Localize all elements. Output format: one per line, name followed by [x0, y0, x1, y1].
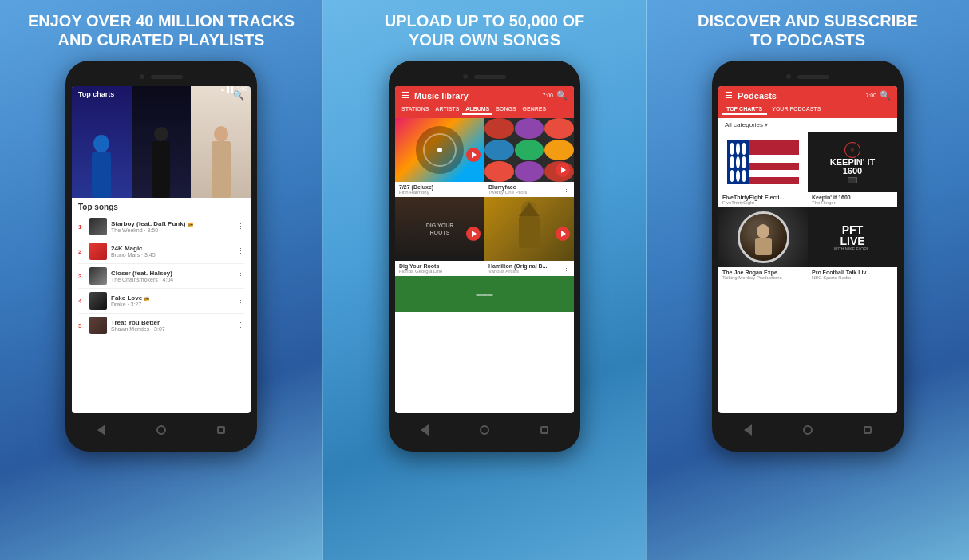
top-charts-label: Top charts [78, 90, 114, 98]
search-icon-3[interactable]: 🔍 [880, 90, 891, 101]
album-hamilton[interactable]: Hamilton (Original B... Various Artists … [484, 197, 574, 276]
phone-2: ☰ Music library 7:00 🔍 STATIONS ARTISTS … [389, 61, 580, 452]
svg-rect-1 [92, 152, 111, 198]
phone-2-screen: ☰ Music library 7:00 🔍 STATIONS ARTISTS … [395, 86, 574, 413]
svg-rect-9 [519, 216, 540, 248]
svg-point-7 [437, 148, 442, 152]
podcast-keepin-1600[interactable]: ® KEEPIN' IT1600 Keepin' it 1600 The Rin… [808, 132, 897, 207]
podcast-pft-live[interactable]: PFTLIVE WITH MIKE FLORI... Pro Football … [808, 207, 897, 282]
song-menu-5[interactable]: ⋮ [237, 321, 244, 329]
songs-list: Top songs 1 Starboy (feat. Daft Punk) 📻 … [72, 198, 251, 342]
song-item-5[interactable]: 5 Treat You Better Shawn Mendes · 3:07 ⋮ [78, 314, 244, 337]
song-menu-3[interactable]: ⋮ [237, 272, 244, 280]
status-time-3: 7:00 [865, 93, 876, 98]
albums-grid: 7/27 (Deluxe) Fifth Harmony ⋮ [395, 118, 574, 276]
phone-camera [140, 74, 144, 79]
song-menu-2[interactable]: ⋮ [237, 247, 244, 255]
song-thumb-3 [89, 267, 107, 285]
music-library-header: ☰ Music library 7:00 🔍 [395, 86, 574, 105]
podcasts-title: Podcasts [738, 91, 777, 101]
phone-speaker [151, 75, 183, 79]
album-blurryface-info: Blurryface Twenty One Pilots ⋮ [484, 182, 574, 197]
status-time: 7:00 [542, 93, 553, 98]
chevron-down-icon: ▾ [765, 121, 768, 128]
album-727-info: 7/27 (Deluxe) Fifth Harmony ⋮ [395, 182, 484, 197]
album-blurryface[interactable]: Blurryface Twenty One Pilots ⋮ [484, 118, 574, 197]
album-dig-your-roots[interactable]: DIG YOURROOTS Dig Your Roots Florida Geo… [395, 197, 484, 276]
phone-speaker-3 [797, 75, 829, 79]
panel-top-charts: ENJOY OVER 40 MILLION TRACKS AND CURATED… [0, 0, 322, 560]
home-button-2[interactable] [477, 423, 492, 437]
recents-button[interactable] [214, 423, 228, 437]
phone-speaker-2 [474, 75, 506, 79]
partial-album-row: ▬▬▬ [395, 276, 574, 312]
song-thumb-1 [89, 218, 107, 235]
home-button[interactable] [154, 423, 168, 437]
songs-list-title: Top songs [78, 203, 244, 211]
song-menu-1[interactable]: ⋮ [237, 223, 244, 231]
album-hamilton-info: Hamilton (Original B... Various Artists … [484, 261, 574, 276]
album-blurryface-menu[interactable]: ⋮ [563, 186, 570, 194]
phone-3-nav [718, 418, 897, 442]
tab-albums[interactable]: ALBUMS [462, 105, 492, 115]
phone-2-nav [395, 418, 574, 442]
play-727[interactable] [466, 148, 481, 162]
album-dig-menu[interactable]: ⋮ [473, 265, 481, 273]
podcasts-tabs: TOP CHARTS YOUR PODCASTS [718, 105, 897, 118]
svg-point-2 [154, 127, 168, 141]
panel-1-title: ENJOY OVER 40 MILLION TRACKS AND CURATED… [12, 0, 310, 57]
podcast-joe-rogan[interactable]: The Joe Rogan Expe... Talking Monkey Pro… [718, 207, 808, 282]
phone-1-screen: Top charts 🔍 ▲ ▌▌ 7:00 [72, 86, 251, 413]
play-blurryface[interactable] [556, 163, 570, 177]
podcast-pft-info: Pro Football Talk Liv... NBC Sports Radi… [808, 267, 897, 282]
song-item-1[interactable]: 1 Starboy (feat. Daft Punk) 📻 The Weeknd… [78, 215, 244, 239]
signal-icon: ▌▌ [227, 86, 235, 92]
tab-songs[interactable]: SONGS [492, 105, 519, 115]
song-menu-4[interactable]: ⋮ [237, 297, 244, 305]
tab-genres[interactable]: GENRES [520, 105, 550, 115]
tab-top-charts[interactable]: TOP CHARTS [722, 105, 767, 115]
tab-your-podcasts[interactable]: YOUR PODCASTS [767, 105, 825, 115]
music-library-tabs: STATIONS ARTISTS ALBUMS SONGS GENRES [395, 105, 574, 118]
album-dig-info: Dig Your Roots Florida Georgia Line ⋮ [395, 261, 484, 276]
music-library-title: Music library [414, 91, 469, 101]
recents-button-2[interactable] [537, 423, 552, 437]
album-hamilton-menu[interactable]: ⋮ [563, 265, 570, 273]
panel-3-title: DISCOVER AND SUBSCRIBE TO PODCASTS [682, 0, 934, 57]
recents-button-3[interactable] [860, 423, 875, 437]
play-dig[interactable] [466, 227, 481, 241]
phone-1: Top charts 🔍 ▲ ▌▌ 7:00 [65, 61, 257, 452]
svg-rect-3 [152, 141, 170, 198]
search-icon-2[interactable]: 🔍 [556, 90, 568, 101]
play-hamilton[interactable] [556, 227, 570, 241]
home-button-3[interactable] [801, 423, 815, 437]
back-button-2[interactable] [417, 423, 432, 437]
podcast-fte-info: FiveThirtyEight Electi... FiveThirtyEigh… [718, 192, 808, 207]
back-button-3[interactable] [741, 423, 755, 437]
svg-rect-12 [848, 178, 856, 183]
podcast-1600-info: Keepin' it 1600 The Ringer [808, 192, 897, 207]
podcast-filter[interactable]: All categories ▾ [718, 118, 897, 132]
tab-artists[interactable]: ARTISTS [432, 105, 462, 115]
song-item-3[interactable]: 3 Closer (feat. Halsey) The Chainsmokers… [78, 264, 244, 289]
podcast-jre-info: The Joe Rogan Expe... Talking Monkey Pro… [718, 267, 808, 282]
back-button[interactable] [94, 423, 109, 437]
song-item-2[interactable]: 2 24K Magic Bruno Mars · 3:45 ⋮ [78, 239, 244, 264]
song-thumb-5 [89, 317, 107, 334]
hamburger-icon-3[interactable]: ☰ [725, 90, 733, 101]
album-727-menu[interactable]: ⋮ [473, 186, 481, 194]
panel-music-library: UPLOAD UP TO 50,000 OF YOUR OWN SONGS ☰ … [322, 0, 647, 560]
wifi-icon: ▲ [220, 86, 226, 92]
svg-point-4 [214, 126, 228, 142]
hamburger-icon[interactable]: ☰ [401, 90, 409, 101]
tab-stations[interactable]: STATIONS [398, 105, 432, 115]
svg-rect-14 [755, 238, 772, 255]
song-thumb-2 [89, 243, 107, 260]
song-thumb-4 [89, 292, 107, 310]
panel-2-title: UPLOAD UP TO 50,000 OF YOUR OWN SONGS [369, 0, 600, 57]
podcast-fivethirtyeight[interactable]: FiveThirtyEight Electi... FiveThirtyEigh… [718, 132, 808, 207]
album-727[interactable]: 7/27 (Deluxe) Fifth Harmony ⋮ [395, 118, 484, 197]
song-item-4[interactable]: 4 Fake Love 📻 Drake · 3:27 ⋮ [78, 289, 244, 314]
podcasts-header: ☰ Podcasts 7:00 🔍 [718, 86, 897, 105]
filter-label: All categories [725, 121, 763, 128]
